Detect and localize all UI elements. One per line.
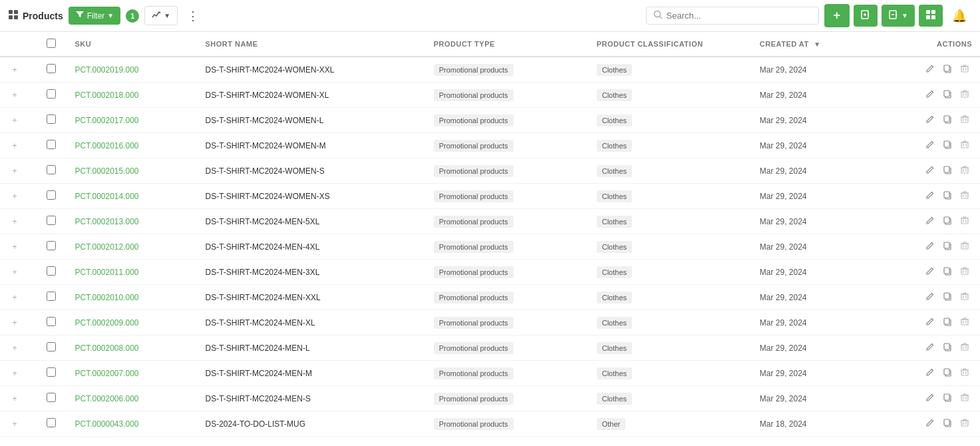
delete-button[interactable] xyxy=(957,366,972,380)
delete-button[interactable] xyxy=(957,316,972,330)
header-created-at[interactable]: CREATED AT ▼ xyxy=(752,32,882,57)
expand-button[interactable]: + xyxy=(8,190,21,203)
expand-button[interactable]: + xyxy=(8,114,21,127)
row-checkbox[interactable] xyxy=(47,317,56,326)
copy-button[interactable] xyxy=(940,366,955,380)
delete-button[interactable] xyxy=(957,113,972,127)
copy-button[interactable] xyxy=(940,341,955,355)
delete-button[interactable] xyxy=(957,88,972,102)
edit-button[interactable] xyxy=(923,316,937,330)
sku-link[interactable]: PCT.0002012.000 xyxy=(75,242,138,252)
select-all-checkbox[interactable] xyxy=(47,39,56,48)
expand-button[interactable]: + xyxy=(8,63,21,77)
delete-button[interactable] xyxy=(957,164,972,178)
row-checkbox[interactable] xyxy=(47,216,56,225)
copy-button[interactable] xyxy=(940,164,955,178)
sku-link[interactable]: PCT.0002007.000 xyxy=(75,369,138,378)
sku-link[interactable]: PCT.0002011.000 xyxy=(75,268,138,277)
edit-button[interactable] xyxy=(923,138,937,152)
notification-button[interactable]: 🔔 xyxy=(947,6,972,26)
edit-button[interactable] xyxy=(923,265,937,279)
sku-link[interactable]: PCT.0002018.000 xyxy=(75,91,138,100)
delete-button[interactable] xyxy=(957,290,972,304)
copy-button[interactable] xyxy=(940,138,955,152)
export-button[interactable]: ▼ xyxy=(882,5,915,27)
expand-button[interactable]: + xyxy=(8,316,21,330)
row-checkbox[interactable] xyxy=(47,367,56,377)
copy-button[interactable] xyxy=(940,240,955,254)
row-checkbox[interactable] xyxy=(47,393,56,402)
add-button[interactable]: + xyxy=(824,4,850,27)
row-checkbox[interactable] xyxy=(47,292,56,301)
delete-button[interactable] xyxy=(957,240,972,254)
grid-view-button[interactable] xyxy=(919,5,943,27)
search-input[interactable] xyxy=(667,11,812,21)
copy-button[interactable] xyxy=(940,113,955,127)
import-button[interactable] xyxy=(854,5,878,27)
edit-button[interactable] xyxy=(923,366,937,380)
edit-button[interactable] xyxy=(923,214,937,228)
copy-button[interactable] xyxy=(940,214,955,228)
copy-button[interactable] xyxy=(940,391,955,405)
expand-button[interactable]: + xyxy=(8,139,21,152)
expand-button[interactable]: + xyxy=(8,392,21,405)
delete-button[interactable] xyxy=(957,341,972,355)
row-checkbox[interactable] xyxy=(47,114,56,124)
edit-button[interactable] xyxy=(923,391,937,405)
expand-button[interactable]: + xyxy=(8,417,21,431)
edit-button[interactable] xyxy=(923,164,937,178)
edit-button[interactable] xyxy=(923,341,937,355)
edit-button[interactable] xyxy=(923,240,937,254)
sku-link[interactable]: PCT.0002015.000 xyxy=(75,166,138,176)
edit-button[interactable] xyxy=(923,290,937,304)
copy-button[interactable] xyxy=(940,316,955,330)
delete-button[interactable] xyxy=(957,138,972,152)
sku-link[interactable]: PCT.0002008.000 xyxy=(75,343,138,353)
more-button[interactable]: ⋮ xyxy=(183,6,203,26)
expand-button[interactable]: + xyxy=(8,215,21,228)
edit-button[interactable] xyxy=(923,63,937,77)
copy-button[interactable] xyxy=(940,265,955,279)
expand-button[interactable]: + xyxy=(8,240,21,254)
copy-button[interactable] xyxy=(940,63,955,77)
sku-link[interactable]: PCT.0002019.000 xyxy=(75,65,138,75)
expand-button[interactable]: + xyxy=(8,266,21,279)
expand-button[interactable]: + xyxy=(8,89,21,102)
delete-button[interactable] xyxy=(957,214,972,228)
delete-button[interactable] xyxy=(957,189,972,203)
expand-button[interactable]: + xyxy=(8,291,21,304)
copy-button[interactable] xyxy=(940,417,955,431)
row-checkbox[interactable] xyxy=(47,64,56,73)
expand-button[interactable]: + xyxy=(8,367,21,380)
delete-button[interactable] xyxy=(957,265,972,279)
sku-link[interactable]: PCT.0002016.000 xyxy=(75,141,138,150)
row-checkbox[interactable] xyxy=(47,418,56,427)
row-checkbox[interactable] xyxy=(47,241,56,250)
edit-button[interactable] xyxy=(923,88,937,102)
expand-button[interactable]: + xyxy=(8,164,21,178)
copy-button[interactable] xyxy=(940,189,955,203)
sku-link[interactable]: PCT.0000043.000 xyxy=(75,419,138,429)
sku-link[interactable]: PCT.0002010.000 xyxy=(75,293,138,302)
edit-button[interactable] xyxy=(923,417,937,431)
expand-button[interactable]: + xyxy=(8,341,21,355)
row-checkbox[interactable] xyxy=(47,89,56,99)
chart-button[interactable]: ▼ xyxy=(144,6,178,25)
sku-link[interactable]: PCT.0002006.000 xyxy=(75,394,138,403)
delete-button[interactable] xyxy=(957,63,972,77)
sku-link[interactable]: PCT.0002013.000 xyxy=(75,217,138,226)
row-checkbox[interactable] xyxy=(47,342,56,351)
delete-button[interactable] xyxy=(957,417,972,431)
edit-button[interactable] xyxy=(923,113,937,127)
row-checkbox[interactable] xyxy=(47,190,56,200)
row-checkbox[interactable] xyxy=(47,266,56,276)
row-checkbox[interactable] xyxy=(47,165,56,174)
row-checkbox[interactable] xyxy=(47,140,56,149)
sku-link[interactable]: PCT.0002014.000 xyxy=(75,192,138,201)
filter-button[interactable]: Filter ▼ xyxy=(69,7,121,25)
edit-button[interactable] xyxy=(923,189,937,203)
sku-link[interactable]: PCT.0002017.000 xyxy=(75,116,138,125)
sku-link[interactable]: PCT.0002009.000 xyxy=(75,318,138,328)
copy-button[interactable] xyxy=(940,290,955,304)
delete-button[interactable] xyxy=(957,391,972,405)
